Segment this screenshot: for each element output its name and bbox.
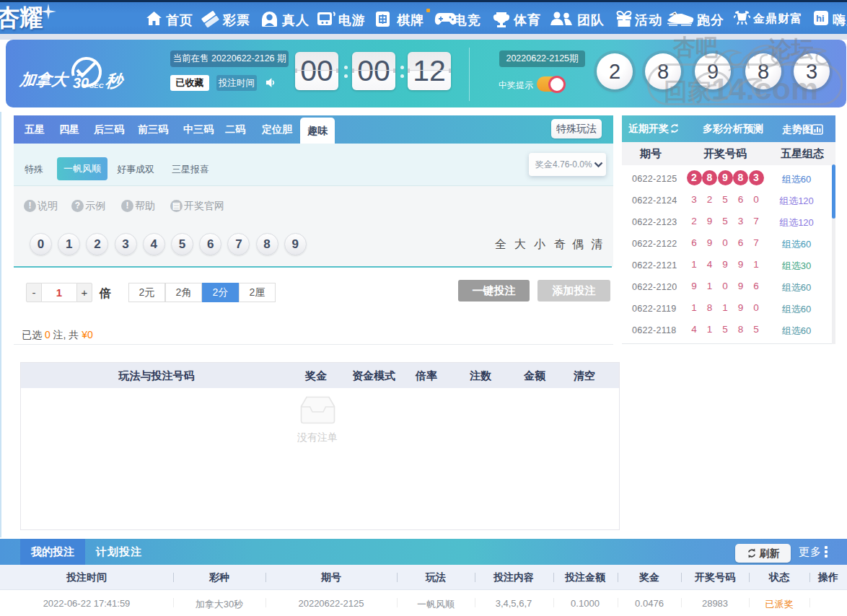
svg-text:加拿大: 加拿大 — [17, 71, 71, 89]
svg-text:30: 30 — [73, 75, 89, 91]
svg-text:hi: hi — [816, 13, 825, 24]
svg-text:秒: 秒 — [105, 71, 126, 90]
